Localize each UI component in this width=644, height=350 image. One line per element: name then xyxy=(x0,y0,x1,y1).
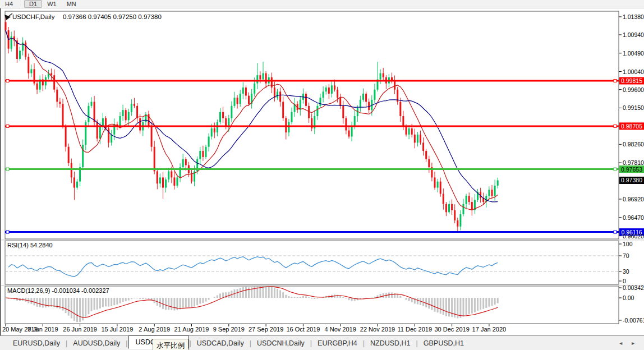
tab-usdcnh-daily[interactable]: USDCNH,Daily xyxy=(252,338,310,349)
svg-text:1.01380: 1.01380 xyxy=(623,13,644,20)
tab-gbpusd-h1[interactable]: GBPUSD,H1 xyxy=(418,338,469,349)
chart-ohlc-values: 0.97366 0.97405 0.97250 0.97380 xyxy=(63,13,162,20)
level-price-label-text: 0.98705 xyxy=(621,123,642,130)
time-axis-label: 9 Sep 2019 xyxy=(213,326,245,333)
chart-area: 0.998150.987050.976530.961160.973801.013… xyxy=(0,8,644,335)
level-price-label-text: 0.99815 xyxy=(621,77,642,84)
tabs-scroll-left-icon[interactable]: ◂ xyxy=(615,340,626,346)
rsi-axis-label: 0 xyxy=(623,278,626,284)
current-price-label: 0.97380 xyxy=(619,177,644,184)
time-axis-label: 4 Nov 2019 xyxy=(325,326,356,333)
timeframe-h4[interactable]: H4 xyxy=(0,0,18,8)
svg-text:0.96470: 0.96470 xyxy=(623,214,644,221)
horizontal-scale-tooltip: 水平比例 xyxy=(153,339,188,350)
macd-axis-label: -0.007615 xyxy=(623,317,644,324)
time-axis-label: 7 Jun 2019 xyxy=(27,326,58,333)
time-axis-label: 27 Sep 2019 xyxy=(249,326,283,333)
time-axis-label: 2 Aug 2019 xyxy=(139,326,170,333)
svg-text:0.96920: 0.96920 xyxy=(623,196,644,202)
timeframe-w1[interactable]: W1 xyxy=(42,0,62,8)
time-axis-label: 11 Dec 2019 xyxy=(398,326,433,333)
tab-audusd-daily[interactable]: AUDUSD,Daily xyxy=(68,338,125,349)
timeframe-d1[interactable]: D1 xyxy=(24,0,42,8)
svg-text:0.98260: 0.98260 xyxy=(623,141,644,148)
time-axis-label: 15 Jul 2019 xyxy=(101,326,133,333)
time-axis-label: 17 Jan 2020 xyxy=(472,326,507,333)
time-axis-label: 30 Dec 2019 xyxy=(434,326,469,333)
time-axis: 20 May 20197 Jun 201926 Jun 201915 Jul 2… xyxy=(2,324,506,333)
time-axis-label: 16 Oct 2019 xyxy=(286,326,320,333)
time-axis-label: 26 Jun 2019 xyxy=(63,326,97,333)
timeframe-toolbar: H4 D1 W1 MN xyxy=(0,0,644,8)
svg-text:0.97810: 0.97810 xyxy=(623,159,644,166)
svg-text:0.99150: 0.99150 xyxy=(623,104,644,111)
time-axis-label: 22 Nov 2019 xyxy=(360,326,395,333)
rsi-axis-label: 30 xyxy=(623,268,629,275)
svg-text:1.00940: 1.00940 xyxy=(623,31,644,38)
toolbar-separator xyxy=(21,1,21,7)
chart-canvas[interactable]: 0.998150.987050.976530.961160.973801.013… xyxy=(1,8,644,335)
svg-text:1.00490: 1.00490 xyxy=(623,50,644,57)
rsi-label: RSI(14) 54.2840 xyxy=(7,242,53,248)
tab-usdcad-daily[interactable]: USDCAD,Daily xyxy=(192,338,249,349)
level-price-label-text: 0.97653 xyxy=(621,166,642,173)
chart-tab-bar: EURUSD,Daily|AUDUSD,Daily|USDCHF,Daily|U… xyxy=(0,335,644,350)
macd-label: MACD(12,26,9) -0.001034 -0.002327 xyxy=(7,287,109,294)
macd-axis-label: 0.003428 xyxy=(623,284,644,291)
panel-splitter[interactable] xyxy=(1,285,644,286)
rsi-axis-label: 100 xyxy=(623,241,633,247)
tab-eurusd-daily[interactable]: EURUSD,Daily xyxy=(8,338,65,349)
tab-eurgbp-h4[interactable]: EURGBP,H4 xyxy=(312,338,362,349)
tab-nzdusd-h1[interactable]: NZDUSD,H1 xyxy=(365,338,416,349)
rsi-axis-label: 70 xyxy=(623,252,629,259)
macd-axis-label: 0.00 xyxy=(623,294,634,301)
svg-text:1.00040: 1.00040 xyxy=(623,68,644,75)
panel-splitter[interactable] xyxy=(1,240,644,241)
svg-text:0.96020: 0.96020 xyxy=(623,233,644,240)
tabs-scroll-right-icon[interactable]: ▸ xyxy=(628,340,638,346)
rsi-panel xyxy=(5,241,619,284)
time-axis-label: 21 Aug 2019 xyxy=(174,326,209,333)
timeframe-mn[interactable]: MN xyxy=(62,0,81,8)
tab-scroll-arrows: ◂ ▸ xyxy=(615,340,638,346)
svg-text:0.99600: 0.99600 xyxy=(623,86,644,93)
chart-title: USDCHF,Daily xyxy=(12,13,55,20)
svg-text:0.97380: 0.97380 xyxy=(621,177,642,183)
